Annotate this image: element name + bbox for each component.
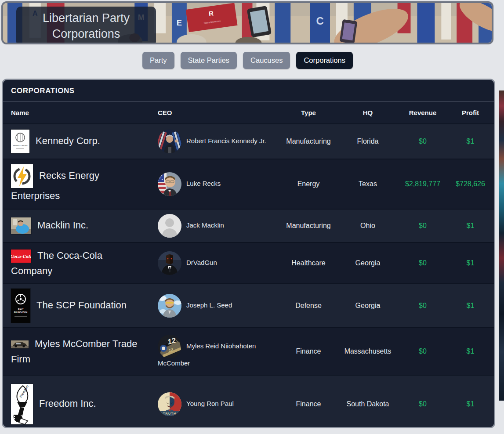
company-hq: Texas: [337, 180, 399, 188]
column-header-profit: Profit: [447, 109, 494, 116]
company-revenue: $0: [399, 400, 447, 408]
company-logo: Freedom: [11, 384, 33, 424]
svg-text:E: E: [177, 18, 182, 27]
company-revenue: $2,819,777: [399, 180, 447, 188]
svg-text:FOUNDATION: FOUNDATION: [14, 311, 28, 314]
company-type: Healthcare: [280, 259, 337, 267]
ceo-name: Joseph L. Seed: [186, 301, 232, 309]
svg-text:TRUTH: TRUTH: [163, 412, 176, 416]
company-profit: $1: [447, 222, 494, 230]
table-row[interactable]: Freedom Freedom Inc.: [3, 375, 494, 428]
table-row[interactable]: SCP FOUNDATION The SCP Foundation: [3, 283, 494, 327]
company-profit: $1: [447, 259, 494, 267]
company-type: Finance: [280, 400, 337, 408]
svg-text:12: 12: [168, 347, 174, 353]
page-title-line2: Corporations: [22, 26, 150, 42]
ceo-name: DrVadGun: [186, 259, 217, 266]
svg-text:Coca-Cola: Coca-Cola: [11, 254, 31, 259]
ceo-avatar: TRUTH: [158, 392, 181, 416]
company-type: Finance: [280, 347, 337, 355]
company-logo: [11, 164, 33, 188]
company-profit: $1: [447, 400, 494, 408]
ceo-name: Robert Francis Kennedy Jr.: [186, 137, 266, 145]
column-header-ceo: CEO: [144, 109, 280, 116]
page-title: Libertarian Party Corporations: [16, 7, 156, 44]
column-header-hq: HQ: [337, 109, 399, 116]
company-hq: Florida: [337, 137, 399, 145]
ceo-name: Luke Recks: [186, 180, 221, 187]
ceo-name: Jack Macklin: [186, 221, 224, 229]
table-row[interactable]: Coca-Cola The Coca-Cola Company DrVadGun: [3, 242, 494, 283]
card-section-title: CORPORATIONS: [3, 80, 494, 101]
company-revenue: $0: [399, 347, 447, 355]
tab-state-parties[interactable]: State Parties: [181, 52, 237, 69]
company-profit: $1: [447, 347, 494, 355]
table-row[interactable]: Myles McComber Trade Firm 12 12 Myles Re…: [3, 327, 494, 375]
company-revenue: $0: [399, 302, 447, 310]
svg-text:SCP: SCP: [18, 307, 23, 310]
table-row[interactable]: KENNEDY CENTER Kennedy Corp.: [3, 123, 494, 159]
svg-text:C: C: [316, 15, 323, 27]
company-revenue: $0: [399, 259, 447, 267]
section-tabs: Party State Parties Caucuses Corporation…: [0, 52, 495, 69]
company-name: Freedom Inc.: [39, 398, 96, 409]
tab-caucuses[interactable]: Caucuses: [243, 52, 290, 69]
ceo-avatar: [158, 172, 181, 196]
company-hq: Ohio: [337, 222, 399, 230]
column-header-name: Name: [3, 109, 144, 116]
ceo-name: Young Ron Paul: [186, 399, 234, 407]
page-title-line1: Libertarian Party: [22, 10, 150, 26]
company-hq: Massachusetts: [337, 347, 399, 355]
company-name: Macklin Inc.: [37, 220, 88, 231]
tab-party[interactable]: Party: [142, 52, 174, 69]
company-type: Manufacturing: [280, 222, 337, 230]
company-revenue: $0: [399, 137, 447, 145]
company-name: Kennedy Corp.: [36, 135, 100, 146]
table-header-row: Name CEO Type HQ Revenue Profit: [3, 101, 494, 123]
company-logo: [11, 340, 29, 348]
ceo-avatar: [158, 251, 181, 275]
ceo-avatar: 12 12: [158, 335, 181, 358]
company-hq: Georgia: [337, 259, 399, 267]
table-row[interactable]: Recks Energy Enterprises Lu: [3, 159, 494, 209]
ceo-avatar: [158, 294, 181, 318]
background-photo-strip: [499, 90, 504, 401]
ceo-avatar: [158, 130, 181, 153]
company-revenue: $0: [399, 222, 447, 230]
table-row[interactable]: Macklin Inc. Jack Macklin Manufacturing …: [3, 209, 494, 242]
company-type: Manufacturing: [280, 137, 337, 145]
company-profit: $1: [447, 137, 494, 145]
company-logo: [11, 217, 31, 234]
column-header-revenue: Revenue: [399, 109, 447, 116]
tab-corporations[interactable]: Corporations: [296, 52, 352, 69]
corporations-card: CORPORATIONS Name CEO Type HQ Revenue Pr…: [2, 79, 495, 428]
column-header-type: Type: [280, 109, 337, 116]
ceo-avatar: [158, 214, 181, 238]
company-type: Defense: [280, 302, 337, 310]
header-banner: A M E R hillaryclinton.com I C: [1, 1, 493, 44]
company-logo: SCP FOUNDATION: [11, 289, 30, 323]
company-name: Myles McComber Trade Firm: [11, 338, 138, 365]
company-type: Energy: [280, 180, 337, 188]
company-name: The SCP Foundation: [36, 300, 127, 311]
company-logo: KENNEDY CENTER: [11, 130, 29, 153]
company-hq: South Dakota: [337, 400, 399, 408]
company-profit: $1: [447, 302, 494, 310]
company-logo: Coca-Cola: [11, 250, 31, 263]
company-profit: $728,626: [447, 180, 494, 188]
svg-text:KENNEDY CENTER: KENNEDY CENTER: [13, 145, 27, 147]
company-hq: Georgia: [337, 302, 399, 310]
